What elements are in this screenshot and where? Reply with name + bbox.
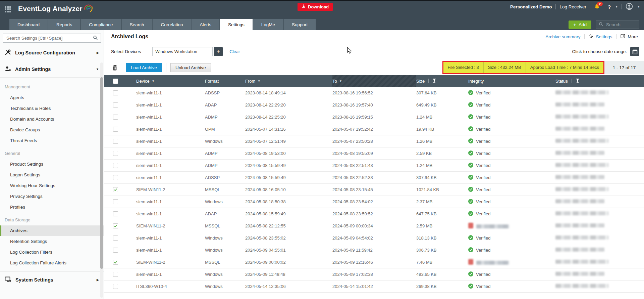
sort-caret-icon: ▼ [339, 80, 342, 83]
download-button[interactable]: Download [298, 3, 333, 11]
tab-logme[interactable]: LogMe [253, 19, 284, 30]
cell-size: 1.24 MB [416, 163, 468, 168]
log-receiver-link[interactable]: Log Receiver [559, 4, 586, 9]
sidebar-item-technicians-roles[interactable]: Technicians & Roles [0, 103, 104, 114]
calendar-icon[interactable] [630, 47, 639, 56]
row-checkbox-checked[interactable] [113, 223, 118, 228]
nav-tabs: DashboardReportsComplianceSearchCorrelat… [9, 19, 316, 30]
sidebar-item-threat-feeds[interactable]: Threat Feeds [0, 135, 104, 146]
app-logo[interactable]: EventLog Analyzer [18, 5, 93, 15]
row-checkbox-cell [113, 223, 136, 228]
divider [622, 4, 622, 9]
tab-compliance[interactable]: Compliance [81, 19, 121, 30]
sidebar-item-log-collection-filters[interactable]: Log Collection Filters [0, 247, 104, 257]
row-checkbox-checked[interactable] [113, 187, 118, 192]
row-checkbox[interactable] [113, 151, 118, 156]
sidebar-item-device-groups[interactable]: Device Groups [0, 125, 104, 135]
user-account-icon[interactable] [626, 3, 633, 11]
integrity-label: Verified [476, 115, 490, 120]
tab-support[interactable]: Support [284, 19, 316, 30]
column-header-to[interactable]: To▼ [332, 75, 416, 87]
filter-funnel-icon[interactable] [576, 78, 580, 84]
sidebar-item-agents[interactable]: Agents [0, 92, 104, 103]
add-button[interactable]: + Add [569, 20, 591, 29]
row-checkbox[interactable] [113, 163, 118, 168]
help-menu[interactable]: ? [608, 4, 611, 10]
tab-dashboard[interactable]: Dashboard [9, 19, 48, 30]
column-header-device[interactable]: Device▼ [136, 75, 205, 87]
tab-correlation[interactable]: Correlation [153, 19, 192, 30]
sidebar-item-retention-settings[interactable]: Retention Settings [0, 236, 104, 247]
sidebar-item-archives[interactable]: Archives [0, 225, 104, 236]
personalized-demo-link[interactable]: Personalized Demo [510, 4, 552, 9]
delete-archive-icon[interactable] [111, 64, 118, 71]
notifications-bell-icon[interactable]: 2 [594, 4, 600, 10]
sidebar-item-system-settings[interactable]: System Settings ▶ [0, 272, 104, 288]
tab-reports[interactable]: Reports [48, 19, 81, 30]
row-checkbox[interactable] [113, 115, 118, 120]
tab-settings[interactable]: Settings [220, 19, 253, 30]
column-header-format[interactable]: Format [205, 75, 245, 87]
clear-filter-link[interactable]: Clear [229, 49, 240, 54]
integrity-alert-icon-redacted [468, 223, 473, 228]
row-checkbox[interactable] [113, 199, 118, 204]
row-checkbox[interactable] [113, 211, 118, 216]
cell-device: siem-win11-1 [136, 175, 205, 180]
row-checkbox[interactable] [113, 90, 118, 95]
cell-format: MSSQL [205, 187, 245, 192]
archive-settings-link[interactable]: Settings [589, 34, 612, 40]
row-checkbox[interactable] [113, 102, 118, 108]
row-checkbox-checked[interactable] [113, 260, 118, 265]
sidebar-scrollbar-thumb[interactable] [100, 77, 103, 269]
column-header-integrity[interactable]: Integrity [468, 75, 555, 87]
sidebar-item-working-hour-settings[interactable]: Working Hour Settings [0, 180, 104, 191]
tab-alerts[interactable]: Alerts [192, 19, 220, 30]
column-header-status[interactable]: Status [555, 75, 644, 87]
row-checkbox-cell [113, 115, 136, 120]
row-checkbox[interactable] [113, 284, 118, 289]
sidebar-item-log-source-configuration[interactable]: Log Source Configuration ▶ [0, 45, 104, 61]
unload-archive-button[interactable]: Unload Archive [170, 63, 211, 72]
table-row: siem-win11-1OPM2024-05-07 14:31:162024-0… [104, 123, 644, 135]
global-search-input[interactable]: Search [596, 20, 639, 29]
cell-status [555, 90, 644, 95]
row-checkbox[interactable] [113, 127, 118, 132]
more-icon [621, 34, 626, 40]
column-header-size[interactable]: Size [416, 75, 468, 87]
select-all-checkbox[interactable] [113, 79, 118, 84]
row-checkbox[interactable] [113, 248, 118, 253]
cell-integrity: Verified [468, 175, 555, 181]
sidebar-item-profiles[interactable]: Profiles [0, 202, 104, 212]
sidebar-item-privacy-settings[interactable]: Privacy Settings [0, 191, 104, 202]
tab-search[interactable]: Search [122, 19, 153, 30]
cell-device: siem-win11-1 [136, 102, 205, 108]
row-checkbox[interactable] [113, 175, 118, 180]
row-checkbox[interactable] [113, 272, 118, 277]
device-filter-input[interactable] [152, 47, 213, 56]
column-header-from[interactable]: From▼ [245, 75, 332, 87]
row-checkbox-cell [113, 90, 136, 95]
table-row: SIEM-WIN11-2MSSQL2024-05-08 16:05:102024… [104, 184, 644, 196]
sidebar-item-product-settings[interactable]: Product Settings [0, 159, 104, 169]
tools-icon [5, 49, 11, 56]
cell-format: MSSQL [205, 260, 245, 265]
sidebar-search-input[interactable] [6, 35, 93, 41]
add-device-button[interactable]: + [214, 47, 223, 56]
table-row: siem-win11-1Windows2024-05-08 23:55:0220… [104, 232, 644, 244]
integrity-label: Verified [476, 163, 490, 168]
verified-check-icon [468, 175, 473, 181]
more-menu[interactable]: More [621, 34, 638, 40]
row-checkbox[interactable] [113, 236, 118, 241]
sidebar-item-domain-and-accounts[interactable]: Domain and Accounts [0, 114, 104, 124]
filter-funnel-icon[interactable] [432, 78, 436, 84]
sidebar-search[interactable] [3, 34, 101, 43]
row-checkbox[interactable] [113, 139, 118, 144]
cell-format: Windows [205, 248, 245, 253]
sidebar-item-log-collection-failure-alerts[interactable]: Log Collection Failure Alerts [0, 258, 104, 268]
load-archive-button[interactable]: Load Archive [126, 63, 162, 72]
sidebar-item-logon-settings[interactable]: Logon Settings [0, 170, 104, 180]
cell-device: siem-win11-1 [136, 272, 205, 277]
sidebar-item-admin-settings[interactable]: Admin Settings ▼ [0, 61, 104, 78]
archive-summary-link[interactable]: Archive summary [545, 34, 580, 39]
app-grid-icon[interactable] [5, 6, 11, 12]
